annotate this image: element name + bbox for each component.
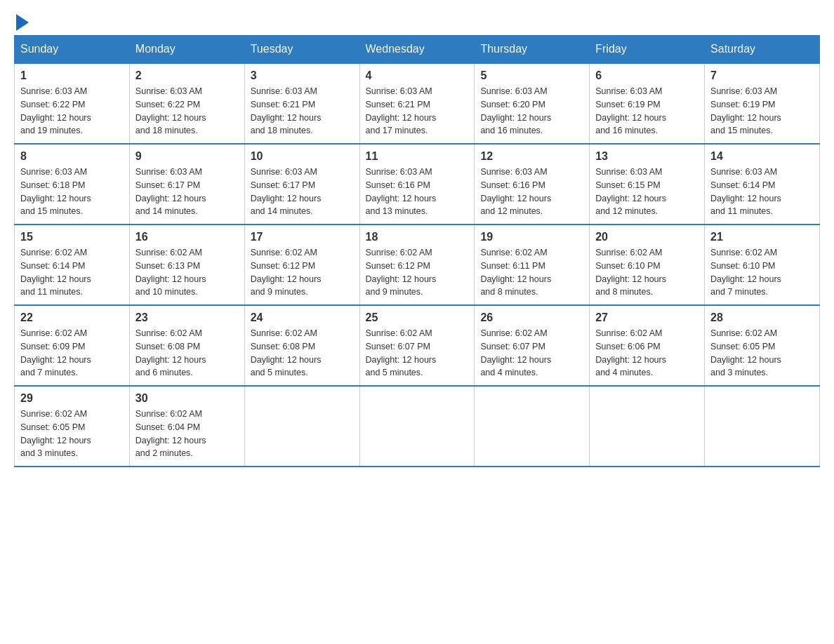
- calendar-cell: 20 Sunrise: 6:02 AM Sunset: 6:10 PM Dayl…: [590, 224, 705, 305]
- daylight-minutes: and 12 minutes.: [595, 206, 658, 216]
- daylight-label: Daylight: 12 hours: [366, 274, 437, 284]
- header-saturday: Saturday: [705, 36, 820, 64]
- sunrise-label: Sunrise: 6:02 AM: [135, 328, 202, 338]
- days-header-row: SundayMondayTuesdayWednesdayThursdayFrid…: [15, 36, 820, 64]
- sunrise-label: Sunrise: 6:03 AM: [366, 86, 432, 96]
- header-wednesday: Wednesday: [359, 36, 475, 64]
- day-number: 20: [595, 231, 699, 243]
- daylight-label: Daylight: 12 hours: [710, 113, 781, 123]
- calendar-cell: 15 Sunrise: 6:02 AM Sunset: 6:14 PM Dayl…: [15, 224, 130, 305]
- sunrise-label: Sunrise: 6:02 AM: [20, 409, 87, 419]
- day-info: Sunrise: 6:02 AM Sunset: 6:12 PM Dayligh…: [251, 246, 354, 299]
- calendar-cell: [705, 386, 820, 467]
- daylight-label: Daylight: 12 hours: [251, 274, 322, 284]
- daylight-minutes: and 14 minutes.: [251, 206, 313, 216]
- calendar-cell: [359, 386, 475, 467]
- day-info: Sunrise: 6:02 AM Sunset: 6:11 PM Dayligh…: [480, 246, 583, 299]
- day-info: Sunrise: 6:02 AM Sunset: 6:04 PM Dayligh…: [135, 408, 239, 460]
- sunset-label: Sunset: 6:07 PM: [480, 342, 545, 351]
- day-info: Sunrise: 6:03 AM Sunset: 6:17 PM Dayligh…: [251, 166, 354, 218]
- day-number: 12: [480, 150, 583, 163]
- daylight-label: Daylight: 12 hours: [251, 194, 322, 203]
- day-number: 5: [480, 69, 583, 82]
- calendar-cell: 14 Sunrise: 6:03 AM Sunset: 6:14 PM Dayl…: [705, 144, 820, 224]
- logo-arrow-icon: [16, 14, 29, 31]
- daylight-label: Daylight: 12 hours: [710, 194, 781, 203]
- daylight-minutes: and 16 minutes.: [595, 126, 658, 135]
- sunrise-label: Sunrise: 6:02 AM: [710, 328, 777, 338]
- sunrise-label: Sunrise: 6:02 AM: [135, 248, 202, 257]
- daylight-label: Daylight: 12 hours: [710, 274, 781, 284]
- day-number: 3: [251, 69, 354, 82]
- daylight-minutes: and 5 minutes.: [366, 368, 423, 377]
- header-monday: Monday: [129, 36, 244, 64]
- sunrise-label: Sunrise: 6:03 AM: [20, 167, 87, 177]
- calendar-cell: [244, 386, 359, 467]
- day-info: Sunrise: 6:02 AM Sunset: 6:05 PM Dayligh…: [710, 327, 814, 380]
- sunrise-label: Sunrise: 6:03 AM: [251, 167, 317, 177]
- sunset-label: Sunset: 6:09 PM: [20, 342, 85, 351]
- daylight-label: Daylight: 12 hours: [480, 194, 551, 203]
- header-friday: Friday: [590, 36, 705, 64]
- day-info: Sunrise: 6:02 AM Sunset: 6:06 PM Dayligh…: [595, 327, 699, 380]
- sunset-label: Sunset: 6:18 PM: [20, 180, 85, 190]
- sunset-label: Sunset: 6:08 PM: [135, 342, 200, 351]
- daylight-label: Daylight: 12 hours: [595, 355, 666, 365]
- daylight-label: Daylight: 12 hours: [366, 355, 437, 365]
- daylight-minutes: and 15 minutes.: [20, 206, 83, 216]
- day-info: Sunrise: 6:03 AM Sunset: 6:21 PM Dayligh…: [366, 85, 469, 137]
- calendar-cell: 5 Sunrise: 6:03 AM Sunset: 6:20 PM Dayli…: [475, 63, 590, 144]
- sunset-label: Sunset: 6:14 PM: [710, 180, 775, 190]
- sunrise-label: Sunrise: 6:02 AM: [366, 328, 432, 338]
- daylight-label: Daylight: 12 hours: [20, 113, 91, 123]
- calendar-week-3: 15 Sunrise: 6:02 AM Sunset: 6:14 PM Dayl…: [15, 224, 820, 305]
- day-number: 27: [595, 311, 699, 324]
- calendar-cell: [590, 386, 705, 467]
- sunrise-label: Sunrise: 6:03 AM: [595, 86, 662, 96]
- day-info: Sunrise: 6:03 AM Sunset: 6:19 PM Dayligh…: [595, 85, 699, 137]
- day-info: Sunrise: 6:03 AM Sunset: 6:17 PM Dayligh…: [135, 166, 239, 218]
- sunrise-label: Sunrise: 6:03 AM: [135, 86, 202, 96]
- calendar-cell: [475, 386, 590, 467]
- daylight-label: Daylight: 12 hours: [251, 355, 322, 365]
- calendar-cell: 25 Sunrise: 6:02 AM Sunset: 6:07 PM Dayl…: [359, 305, 475, 386]
- daylight-minutes: and 18 minutes.: [135, 126, 198, 135]
- daylight-minutes: and 7 minutes.: [20, 368, 78, 377]
- day-info: Sunrise: 6:02 AM Sunset: 6:05 PM Dayligh…: [20, 408, 124, 460]
- calendar-cell: 18 Sunrise: 6:02 AM Sunset: 6:12 PM Dayl…: [359, 224, 475, 305]
- daylight-label: Daylight: 12 hours: [480, 274, 551, 284]
- sunrise-label: Sunrise: 6:02 AM: [251, 248, 317, 257]
- day-number: 14: [710, 150, 814, 163]
- sunset-label: Sunset: 6:17 PM: [251, 180, 315, 190]
- day-number: 13: [595, 150, 699, 163]
- day-info: Sunrise: 6:03 AM Sunset: 6:15 PM Dayligh…: [595, 166, 699, 218]
- daylight-label: Daylight: 12 hours: [20, 355, 91, 365]
- calendar-week-2: 8 Sunrise: 6:03 AM Sunset: 6:18 PM Dayli…: [15, 144, 820, 224]
- sunrise-label: Sunrise: 6:03 AM: [480, 167, 547, 177]
- day-info: Sunrise: 6:02 AM Sunset: 6:09 PM Dayligh…: [20, 327, 124, 380]
- day-number: 23: [135, 311, 239, 324]
- sunset-label: Sunset: 6:17 PM: [135, 180, 200, 190]
- day-info: Sunrise: 6:03 AM Sunset: 6:22 PM Dayligh…: [135, 85, 239, 137]
- day-number: 25: [366, 311, 469, 324]
- day-number: 10: [251, 150, 354, 163]
- daylight-minutes: and 4 minutes.: [595, 368, 653, 377]
- day-info: Sunrise: 6:02 AM Sunset: 6:14 PM Dayligh…: [20, 246, 124, 299]
- daylight-minutes: and 8 minutes.: [595, 287, 653, 297]
- daylight-label: Daylight: 12 hours: [480, 113, 551, 123]
- daylight-label: Daylight: 12 hours: [595, 274, 666, 284]
- daylight-label: Daylight: 12 hours: [710, 355, 781, 365]
- daylight-minutes: and 16 minutes.: [480, 126, 543, 135]
- sunset-label: Sunset: 6:05 PM: [20, 422, 85, 432]
- sunrise-label: Sunrise: 6:03 AM: [135, 167, 202, 177]
- sunrise-label: Sunrise: 6:02 AM: [710, 248, 777, 257]
- daylight-label: Daylight: 12 hours: [480, 355, 551, 365]
- day-info: Sunrise: 6:02 AM Sunset: 6:12 PM Dayligh…: [366, 246, 469, 299]
- header-tuesday: Tuesday: [244, 36, 359, 64]
- calendar-cell: 6 Sunrise: 6:03 AM Sunset: 6:19 PM Dayli…: [590, 63, 705, 144]
- sunrise-label: Sunrise: 6:03 AM: [480, 86, 547, 96]
- daylight-minutes: and 3 minutes.: [20, 448, 78, 458]
- daylight-minutes: and 11 minutes.: [20, 287, 83, 297]
- calendar-cell: 30 Sunrise: 6:02 AM Sunset: 6:04 PM Dayl…: [129, 386, 244, 467]
- sunset-label: Sunset: 6:10 PM: [710, 261, 775, 271]
